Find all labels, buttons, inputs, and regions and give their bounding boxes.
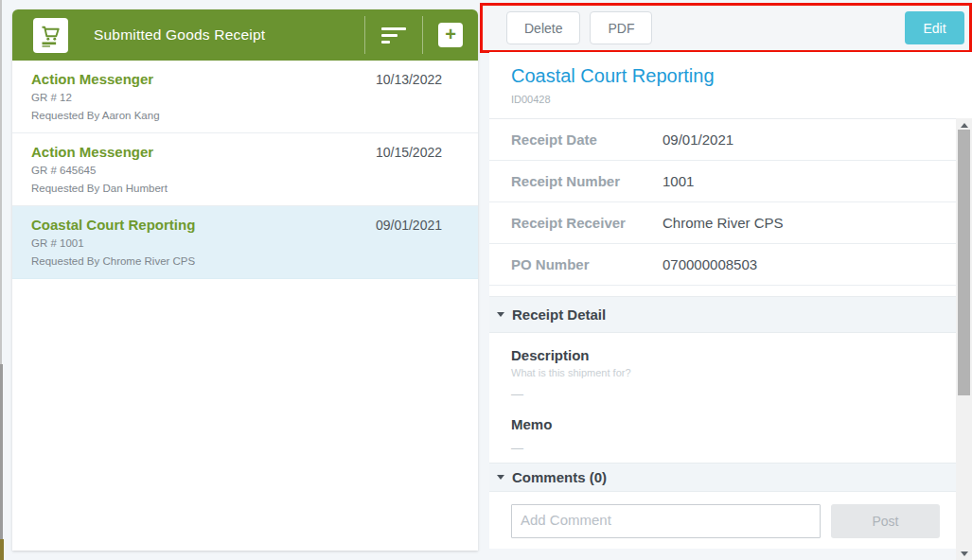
item-requested-by: Requested By Chrome River CPS bbox=[31, 255, 442, 267]
delete-button[interactable]: Delete bbox=[506, 11, 580, 44]
window-corner-artifact bbox=[0, 539, 4, 560]
post-comment-button[interactable]: Post bbox=[831, 504, 940, 538]
item-date: 10/15/2022 bbox=[376, 145, 442, 160]
item-date: 09/01/2021 bbox=[376, 218, 442, 233]
detail-fields: Receipt Date 09/01/2021 Receipt Number 1… bbox=[489, 118, 972, 286]
pdf-button[interactable]: PDF bbox=[590, 11, 652, 44]
item-date: 10/13/2022 bbox=[376, 72, 442, 87]
field-value: Chrome River CPS bbox=[663, 215, 784, 231]
description-hint: What is this shipment for? bbox=[511, 367, 972, 378]
memo-empty-value: — bbox=[511, 441, 972, 455]
comments-body: Post bbox=[489, 492, 972, 549]
receipt-detail-body: Description What is this shipment for? —… bbox=[489, 333, 972, 463]
field-value: 1001 bbox=[663, 173, 694, 189]
field-label: Receipt Date bbox=[511, 131, 663, 148]
field-row-receipt-number: Receipt Number 1001 bbox=[489, 161, 972, 202]
receipt-list-item[interactable]: Action Messenger GR # 12 Requested By Aa… bbox=[12, 61, 478, 133]
chevron-down-icon bbox=[497, 475, 504, 480]
add-comment-input[interactable] bbox=[511, 504, 821, 538]
section-title: Comments (0) bbox=[512, 469, 607, 485]
panel-header-actions: + bbox=[364, 9, 478, 61]
field-row-receipt-receiver: Receipt Receiver Chrome River CPS bbox=[489, 202, 972, 244]
receipt-detail-panel: Coastal Court Reporting ID00428 Receipt … bbox=[489, 52, 972, 549]
field-label: Receipt Receiver bbox=[511, 215, 663, 231]
item-gr-number: GR # 645645 bbox=[31, 165, 442, 176]
field-label: PO Number bbox=[511, 256, 663, 272]
field-row-po-number: PO Number 070000008503 bbox=[489, 244, 972, 286]
submitted-goods-receipt-panel: Submitted Goods Receipt + Action Messeng… bbox=[12, 9, 478, 551]
add-receipt-button[interactable]: + bbox=[438, 23, 463, 47]
scrollbar-thumb[interactable] bbox=[958, 130, 970, 395]
description-empty-value: — bbox=[511, 387, 972, 401]
item-requested-by: Requested By Dan Humbert bbox=[31, 183, 442, 194]
goods-receipt-cart-icon bbox=[33, 18, 68, 53]
chevron-down-icon bbox=[497, 312, 504, 317]
field-row-receipt-date: Receipt Date 09/01/2021 bbox=[489, 119, 972, 161]
receipt-list-item[interactable]: Action Messenger GR # 645645 Requested B… bbox=[12, 133, 478, 206]
description-label: Description bbox=[511, 333, 972, 363]
section-comments[interactable]: Comments (0) bbox=[489, 463, 972, 492]
detail-header: Coastal Court Reporting ID00428 bbox=[489, 52, 972, 118]
receipt-list-item-selected[interactable]: Coastal Court Reporting GR # 1001 Reques… bbox=[12, 206, 478, 279]
item-gr-number: GR # 12 bbox=[31, 92, 442, 103]
spacer bbox=[489, 286, 972, 296]
scroll-down-icon[interactable] bbox=[956, 547, 972, 560]
field-value: 09/01/2021 bbox=[663, 131, 733, 148]
field-label: Receipt Number bbox=[511, 173, 663, 189]
annotation-box-toolbar: Delete PDF Edit bbox=[480, 3, 972, 53]
edit-button[interactable]: Edit bbox=[905, 11, 964, 44]
panel-header: Submitted Goods Receipt + bbox=[12, 9, 478, 61]
memo-label: Memo bbox=[511, 416, 972, 432]
panel-title: Submitted Goods Receipt bbox=[94, 26, 265, 44]
header-divider bbox=[422, 16, 423, 54]
vertical-scrollbar[interactable] bbox=[956, 118, 972, 560]
detail-id: ID00428 bbox=[511, 94, 972, 105]
window-edge-segment bbox=[0, 364, 3, 539]
item-gr-number: GR # 1001 bbox=[31, 237, 442, 249]
field-value: 070000008503 bbox=[663, 256, 757, 272]
item-requested-by: Requested By Aaron Kang bbox=[31, 110, 442, 121]
section-title: Receipt Detail bbox=[512, 306, 606, 323]
detail-title: Coastal Court Reporting bbox=[511, 65, 972, 87]
section-receipt-detail[interactable]: Receipt Detail bbox=[489, 296, 972, 333]
sort-icon[interactable] bbox=[365, 9, 422, 61]
